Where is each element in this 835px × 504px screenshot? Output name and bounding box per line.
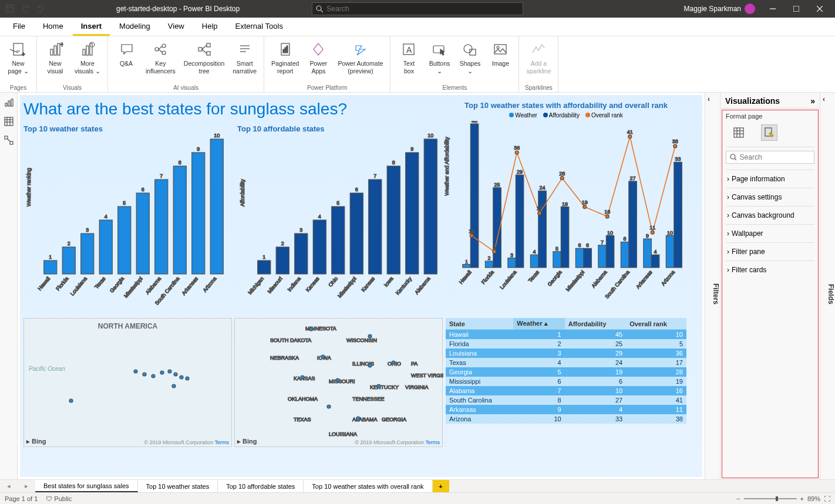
svg-text:3: 3 xyxy=(510,252,513,258)
more-visuals-button[interactable]: Morevisuals ⌄ xyxy=(71,38,104,83)
menu-insert[interactable]: Insert xyxy=(73,18,110,36)
search-box[interactable] xyxy=(312,2,523,15)
data-view-icon[interactable] xyxy=(2,115,15,128)
chart1-title: Top 10 weather states xyxy=(23,124,229,133)
filters-pane[interactable]: ‹ Filters xyxy=(705,93,720,479)
report-view-icon[interactable] xyxy=(2,96,15,109)
paginated-button[interactable]: Paginatedreport xyxy=(268,38,302,83)
svg-text:Hawaii: Hawaii xyxy=(458,269,473,285)
image-button[interactable]: Image xyxy=(486,38,515,83)
table-row[interactable]: Mississippi6619 xyxy=(446,377,686,386)
maximize-button[interactable] xyxy=(785,0,808,18)
chart-weather[interactable]: Top 10 weather states Weather ranking1Ha… xyxy=(23,124,229,312)
menu-view[interactable]: View xyxy=(160,18,193,35)
sensitivity[interactable]: 🛡 Public xyxy=(46,495,72,502)
chart3-title: Top 10 weather states with affordability… xyxy=(443,101,689,110)
menu-help[interactable]: Help xyxy=(194,18,226,35)
report-canvas[interactable]: What are the best states for sunglass sa… xyxy=(18,93,705,479)
format-search-input[interactable] xyxy=(740,153,810,161)
svg-text:36: 36 xyxy=(514,145,520,151)
table-row[interactable]: Georgia51928 xyxy=(446,367,686,377)
buttons-button[interactable]: Buttons⌄ xyxy=(425,38,454,83)
save-icon[interactable] xyxy=(5,4,15,14)
table-header[interactable]: Weather ▴ xyxy=(513,318,564,330)
section-wallpaper[interactable]: › Wallpaper xyxy=(726,224,814,242)
new-visual-button[interactable]: +Newvisual xyxy=(41,38,70,83)
svg-rect-227 xyxy=(734,128,743,137)
data-table[interactable]: StateWeather ▴AffordabilityOverall rankH… xyxy=(446,318,686,424)
expand-icon[interactable]: » xyxy=(810,96,815,106)
table-row[interactable]: South Carolina82741 xyxy=(446,395,686,405)
terms-link[interactable]: Terms xyxy=(426,439,440,445)
section-canvas-settings[interactable]: › Canvas settings xyxy=(726,188,814,206)
table-row[interactable]: Louisiana32936 xyxy=(446,349,686,358)
menu-modeling[interactable]: Modeling xyxy=(111,18,159,35)
redo-icon[interactable] xyxy=(35,4,46,14)
format-page-section: Format page › Page information› Canvas s… xyxy=(722,110,819,478)
svg-rect-114 xyxy=(424,139,437,274)
decomp-tree-button[interactable]: Decompositiontree xyxy=(180,38,228,83)
key-influencers-button[interactable]: Keyinfluencers xyxy=(142,38,179,83)
page-tab[interactable]: Top 10 weather states with overall rank xyxy=(304,480,432,492)
map-world[interactable]: NORTH AMERICA Pacific Ocean ▸ Bing © 201… xyxy=(23,318,232,447)
tab-next[interactable]: ▸ xyxy=(18,480,35,492)
svg-rect-16 xyxy=(83,49,85,55)
table-row[interactable]: Alabama71016 xyxy=(446,386,686,395)
page-tab[interactable]: Top 10 affordable states xyxy=(218,480,304,492)
svg-rect-47 xyxy=(5,117,13,126)
map-us[interactable]: MINNESOTAWISCONSIN SOUTH DAKOTANEBRASKA … xyxy=(234,318,443,447)
smart-narrative-button[interactable]: Smartnarrative xyxy=(229,38,260,83)
undo-icon[interactable] xyxy=(20,4,31,14)
new-page-button[interactable]: +Newpage ⌄ xyxy=(4,38,33,83)
table-row[interactable]: Florida2255 xyxy=(446,339,686,349)
section-canvas-background[interactable]: › Canvas background xyxy=(726,206,814,224)
text-box-button[interactable]: ATextbox xyxy=(394,38,423,83)
format-search[interactable] xyxy=(726,151,814,164)
add-page-button[interactable]: + xyxy=(433,480,449,492)
svg-text:10: 10 xyxy=(607,230,613,236)
zoom-level: 89% xyxy=(807,495,820,502)
qna-button[interactable]: Q&A xyxy=(112,38,141,83)
table-header[interactable]: State xyxy=(446,318,513,330)
menu-home[interactable]: Home xyxy=(35,18,72,35)
svg-rect-77 xyxy=(173,166,186,274)
model-view-icon[interactable] xyxy=(2,134,15,147)
shapes-button[interactable]: Shapes⌄ xyxy=(455,38,484,83)
table-row[interactable]: Texas42417 xyxy=(446,358,686,367)
section-filter-pane[interactable]: › Filter pane xyxy=(726,242,814,261)
format-page-icon[interactable] xyxy=(761,124,777,141)
menu-external-tools[interactable]: External Tools xyxy=(227,18,291,35)
avatar xyxy=(745,4,755,14)
svg-rect-62 xyxy=(81,234,94,274)
table-header[interactable]: Affordability xyxy=(565,318,626,330)
table-row[interactable]: Hawaii14510 xyxy=(446,330,686,340)
power-automate-button[interactable]: Power Automate(preview) xyxy=(334,38,386,83)
tab-prev[interactable]: ◂ xyxy=(0,480,18,492)
build-visual-icon[interactable] xyxy=(730,124,747,141)
page-tab[interactable]: Top 10 weather states xyxy=(138,480,218,492)
svg-text:41: 41 xyxy=(627,129,633,135)
minimize-button[interactable] xyxy=(761,0,785,18)
fields-pane[interactable]: ‹ Fields xyxy=(820,93,835,479)
menu-file[interactable]: File xyxy=(5,18,33,35)
zoom-slider[interactable] xyxy=(744,498,797,499)
section-page-information[interactable]: › Page information xyxy=(726,170,814,188)
section-filter-cards[interactable]: › Filter cards xyxy=(726,261,814,279)
power-apps-button[interactable]: PowerApps xyxy=(304,38,333,83)
fit-page-icon[interactable]: ⛶ xyxy=(824,495,830,502)
zoom-out[interactable]: − xyxy=(736,495,740,502)
user-account[interactable]: Maggie Sparkman xyxy=(684,4,755,14)
table-header[interactable]: Overall rank xyxy=(626,318,686,330)
page-tab[interactable]: Best states for sunglass sales xyxy=(35,480,138,492)
close-button[interactable] xyxy=(808,0,831,18)
chart-affordable[interactable]: Top 10 affordable states Affordability1M… xyxy=(237,124,443,312)
table-row[interactable]: Arizona103338 xyxy=(446,414,686,424)
svg-rect-36 xyxy=(287,46,288,53)
chart-combo[interactable]: Top 10 weather states with affordability… xyxy=(443,101,689,312)
table-row[interactable]: Arkansas9411 xyxy=(446,405,686,414)
svg-point-233 xyxy=(730,154,735,159)
search-input[interactable] xyxy=(326,5,519,13)
svg-point-186 xyxy=(674,144,677,148)
zoom-in[interactable]: + xyxy=(800,495,804,502)
terms-link[interactable]: Terms xyxy=(215,439,230,445)
